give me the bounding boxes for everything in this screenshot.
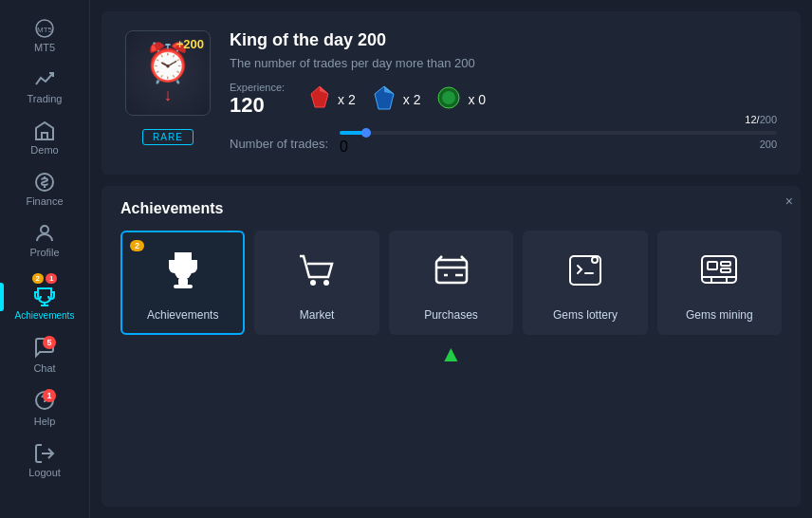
progress-container: 12/200 0 200 — [340, 131, 777, 156]
market-tab-icon — [294, 247, 340, 301]
gems-lottery-tab-icon — [563, 247, 608, 301]
achievement-detail-card: +200 ⏰ ↓ RARE King of the day 200 The nu… — [102, 11, 801, 175]
sidebar-label-finance: Finance — [26, 195, 63, 207]
rarity-badge: RARE — [142, 129, 194, 145]
tab-label-achievements: Achievements — [147, 308, 218, 322]
exp-value: 120 — [230, 93, 279, 118]
green-gem-icon — [435, 84, 462, 115]
tab-achievements[interactable]: 2 Achievements — [120, 231, 245, 335]
tab-badge-achievements: 2 — [130, 240, 144, 251]
sidebar-item-chat[interactable]: 5 Chat — [0, 328, 89, 381]
tab-label-gems-lottery: Gems lottery — [553, 308, 618, 322]
progress-value-display: 12/200 — [745, 114, 777, 125]
achievement-desc: The number of trades per day more than 2… — [230, 56, 777, 70]
sidebar-label-achievements: Achievements — [15, 310, 75, 321]
sidebar-item-achievements[interactable]: 2 1 Achievements — [0, 266, 89, 328]
panel-arrow: ▲ — [120, 341, 782, 367]
sidebar-item-finance[interactable]: Finance — [0, 163, 89, 214]
red-gem-icon — [307, 84, 332, 115]
badge-achievements-1: 2 — [32, 273, 44, 284]
svg-rect-23 — [721, 268, 730, 272]
svg-point-11 — [442, 91, 455, 104]
badge-achievements-2: 1 — [46, 273, 57, 284]
svg-rect-22 — [721, 262, 730, 266]
tab-gems-mining[interactable]: Gems mining — [657, 231, 782, 335]
tab-gems-lottery[interactable]: Gems lottery — [523, 231, 647, 335]
sidebar-item-trading[interactable]: Trading — [0, 61, 89, 112]
gems-mining-tab-icon — [696, 247, 742, 301]
achievements-tab-icon — [160, 247, 206, 301]
svg-rect-2 — [42, 133, 47, 139]
sidebar-label-chat: Chat — [33, 362, 55, 374]
svg-rect-21 — [708, 262, 717, 269]
purchases-tab-icon — [429, 247, 474, 301]
green-gem-count: x 0 — [468, 92, 486, 107]
trades-section: Number of trades: 12/200 0 — [230, 131, 777, 156]
svg-rect-13 — [174, 285, 193, 288]
sidebar-label-logout: Logout — [28, 467, 61, 478]
achievement-info: King of the day 200 The number of trades… — [230, 30, 777, 156]
achievements-panel: × Achievements 2 Achievements — [102, 186, 801, 507]
progress-track — [340, 131, 777, 135]
close-button[interactable]: × — [785, 194, 793, 209]
svg-rect-12 — [178, 279, 188, 285]
achievement-title: King of the day 200 — [230, 30, 777, 50]
sidebar-item-demo[interactable]: Demo — [0, 112, 89, 163]
gems-row: Experience: 120 x 2 — [230, 82, 777, 118]
exp-label: Experience: — [230, 82, 285, 93]
blue-gem-icon — [371, 84, 397, 115]
svg-point-15 — [323, 280, 329, 286]
tab-label-market: Market — [300, 308, 335, 322]
tab-purchases[interactable]: Purchases — [389, 231, 513, 335]
sidebar-item-profile[interactable]: Profile — [0, 214, 89, 266]
svg-point-4 — [41, 226, 48, 233]
svg-rect-16 — [436, 260, 467, 283]
help-badge: 1 — [43, 389, 56, 402]
sidebar-label-mt5: MT5 — [34, 42, 55, 53]
badge-arrow: ↓ — [164, 85, 173, 105]
progress-start: 0 — [340, 139, 348, 156]
sidebar-item-mt5[interactable]: MT5 MT5 — [0, 9, 89, 61]
badge-plus-label: +200 — [176, 37, 204, 51]
svg-point-19 — [593, 258, 597, 262]
progress-numbers: 0 200 — [340, 139, 777, 156]
svg-text:MT5: MT5 — [37, 26, 53, 34]
sidebar-item-help[interactable]: 1 Help — [0, 381, 89, 435]
sidebar-label-help: Help — [34, 416, 56, 427]
sidebar-label-profile: Profile — [29, 247, 59, 258]
achievements-panel-title: Achievements — [120, 200, 782, 217]
trades-label: Number of trades: — [230, 137, 328, 151]
main-content: +200 ⏰ ↓ RARE King of the day 200 The nu… — [90, 0, 812, 518]
progress-thumb — [361, 128, 371, 138]
tab-label-gems-mining: Gems mining — [686, 308, 753, 322]
tab-label-purchases: Purchases — [424, 308, 478, 322]
progress-end: 200 — [760, 139, 777, 156]
sidebar-label-trading: Trading — [28, 93, 63, 104]
achievement-badge: +200 ⏰ ↓ — [125, 30, 211, 116]
sidebar-label-demo: Demo — [30, 144, 58, 156]
sidebar-item-logout[interactable]: Logout — [0, 435, 89, 486]
chat-badge: 5 — [43, 336, 56, 349]
sidebar: MT5 MT5 Trading Demo Finance Profile — [0, 0, 90, 518]
red-gem-count: x 2 — [338, 92, 356, 107]
achievement-tabs: 2 Achievements — [120, 231, 782, 335]
blue-gem-count: x 2 — [403, 92, 421, 107]
tab-market[interactable]: Market — [254, 231, 378, 335]
svg-point-14 — [310, 280, 316, 286]
